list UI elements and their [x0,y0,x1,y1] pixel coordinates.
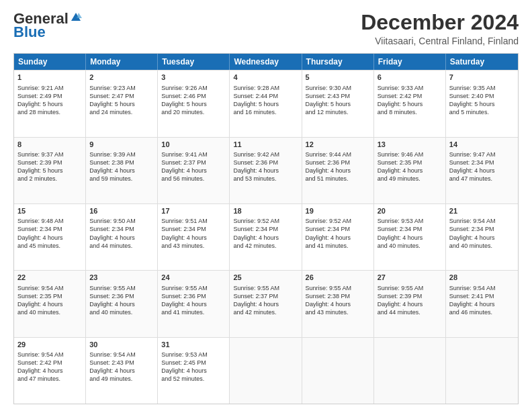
day-number-30: 30 [89,340,154,350]
day-number-23: 23 [89,273,154,283]
calendar-header: Sunday Monday Tuesday Wednesday Thursday… [14,54,518,70]
day-number-31: 31 [161,340,226,350]
day-number-20: 20 [378,206,442,216]
day-cell-30: 30Sunrise: 9:54 AMSunset: 2:43 PMDayligh… [86,338,158,404]
logo: General Blue [13,11,82,40]
day-info-line: Sunset: 2:36 PM [306,158,370,167]
week-row-5: 29Sunrise: 9:54 AMSunset: 2:42 PMDayligh… [14,337,518,404]
day-info-line: Daylight: 4 hours [89,300,154,308]
day-info-line: Sunset: 2:38 PM [89,158,154,167]
day-info-line: Daylight: 5 hours [378,100,442,108]
day-number-16: 16 [89,206,154,216]
day-cell-19: 19Sunrise: 9:52 AMSunset: 2:34 PMDayligh… [302,204,374,270]
day-info-line: Sunset: 2:39 PM [17,158,82,167]
day-info-line: and 40 minutes. [89,308,154,316]
day-info-line: Sunset: 2:46 PM [161,92,226,100]
day-info-line: and 46 minutes. [449,308,515,316]
day-number-7: 7 [449,73,515,83]
day-info-line: Sunset: 2:43 PM [89,359,154,367]
day-info-line: Sunrise: 9:50 AM [89,217,154,225]
day-info-line: Sunrise: 9:47 AM [449,150,515,158]
day-info-line: and 41 minutes. [161,308,226,316]
day-info-line: Sunrise: 9:26 AM [161,84,226,92]
day-info-line: and 43 minutes. [161,242,226,250]
day-cell-20: 20Sunrise: 9:53 AMSunset: 2:34 PMDayligh… [374,204,446,270]
weekday-thursday: Thursday [302,54,374,70]
day-info-line: Daylight: 4 hours [306,234,370,242]
day-info-line: Sunrise: 9:21 AM [17,84,82,92]
header: General Blue December 2024 Viitasaari, C… [13,11,519,46]
day-cell-15: 15Sunrise: 9:48 AMSunset: 2:34 PMDayligh… [14,204,86,270]
day-info-line: Sunset: 2:35 PM [17,292,82,300]
logo-blue: Blue [13,24,46,40]
day-info-line: and 45 minutes. [17,242,82,250]
day-cell-14: 14Sunrise: 9:47 AMSunset: 2:34 PMDayligh… [446,138,518,203]
logo-icon [70,11,82,24]
day-cell-1: 1Sunrise: 9:21 AMSunset: 2:49 PMDaylight… [14,71,86,136]
day-number-19: 19 [306,206,370,216]
day-info-line: Sunrise: 9:52 AM [306,217,370,225]
day-number-15: 15 [17,206,82,216]
day-info-line: and 47 minutes. [17,375,82,383]
day-info-line: Sunrise: 9:30 AM [306,84,370,92]
day-number-4: 4 [233,73,298,83]
day-cell-17: 17Sunrise: 9:51 AMSunset: 2:34 PMDayligh… [158,204,230,270]
day-info-line: Daylight: 4 hours [233,300,298,308]
day-info-line: Daylight: 4 hours [89,367,154,375]
day-number-29: 29 [17,340,82,350]
day-info-line: Sunrise: 9:42 AM [233,150,298,158]
day-info-line: Sunset: 2:34 PM [161,225,226,233]
day-number-26: 26 [306,273,370,283]
day-info-line: Sunrise: 9:51 AM [161,217,226,225]
day-cell-25: 25Sunrise: 9:55 AMSunset: 2:37 PMDayligh… [230,271,302,336]
day-info-line: Daylight: 4 hours [449,167,515,175]
day-info-line: Sunset: 2:36 PM [233,158,298,167]
day-number-9: 9 [89,140,154,150]
day-info-line: Sunset: 2:35 PM [378,158,442,167]
day-number-27: 27 [378,273,442,283]
day-info-line: Sunrise: 9:46 AM [378,150,442,158]
empty-cell [302,338,374,404]
day-number-2: 2 [89,73,154,83]
day-info-line: Sunrise: 9:48 AM [17,217,82,225]
day-info-line: Sunrise: 9:52 AM [233,217,298,225]
day-number-1: 1 [17,73,82,83]
day-info-line: Daylight: 5 hours [233,100,298,108]
day-cell-22: 22Sunrise: 9:54 AMSunset: 2:35 PMDayligh… [14,271,86,336]
day-number-6: 6 [378,73,442,83]
weekday-saturday: Saturday [446,54,518,70]
day-info-line: and 53 minutes. [233,175,298,183]
day-info-line: and 52 minutes. [161,375,226,383]
day-cell-23: 23Sunrise: 9:55 AMSunset: 2:36 PMDayligh… [86,271,158,336]
location: Viitasaari, Central Finland, Finland [361,36,519,46]
day-info-line: Sunrise: 9:53 AM [378,217,442,225]
calendar: Sunday Monday Tuesday Wednesday Thursday… [13,53,519,404]
day-info-line: Daylight: 4 hours [233,234,298,242]
day-info-line: and 42 minutes. [233,308,298,316]
day-number-28: 28 [449,273,515,283]
day-info-line: Sunset: 2:47 PM [89,92,154,100]
day-number-5: 5 [306,73,370,83]
day-cell-12: 12Sunrise: 9:44 AMSunset: 2:36 PMDayligh… [302,138,374,203]
day-info-line: Sunrise: 9:54 AM [89,351,154,359]
weekday-wednesday: Wednesday [230,54,302,70]
week-row-4: 22Sunrise: 9:54 AMSunset: 2:35 PMDayligh… [14,270,518,336]
day-info-line: Daylight: 4 hours [449,234,515,242]
weekday-friday: Friday [374,54,446,70]
day-number-24: 24 [161,273,226,283]
day-number-10: 10 [161,140,226,150]
empty-cell [230,338,302,404]
day-info-line: and 42 minutes. [233,242,298,250]
day-info-line: Sunset: 2:34 PM [378,225,442,233]
day-info-line: and 41 minutes. [306,242,370,250]
day-info-line: and 2 minutes. [17,175,82,183]
day-info-line: Sunrise: 9:55 AM [89,284,154,292]
day-info-line: and 43 minutes. [306,308,370,316]
day-cell-31: 31Sunrise: 9:53 AMSunset: 2:45 PMDayligh… [158,338,230,404]
day-info-line: Sunrise: 9:54 AM [449,217,515,225]
day-number-12: 12 [306,140,370,150]
day-info-line: Sunrise: 9:55 AM [161,284,226,292]
day-number-18: 18 [233,206,298,216]
day-info-line: Sunset: 2:39 PM [378,292,442,300]
day-info-line: Sunset: 2:34 PM [449,225,515,233]
